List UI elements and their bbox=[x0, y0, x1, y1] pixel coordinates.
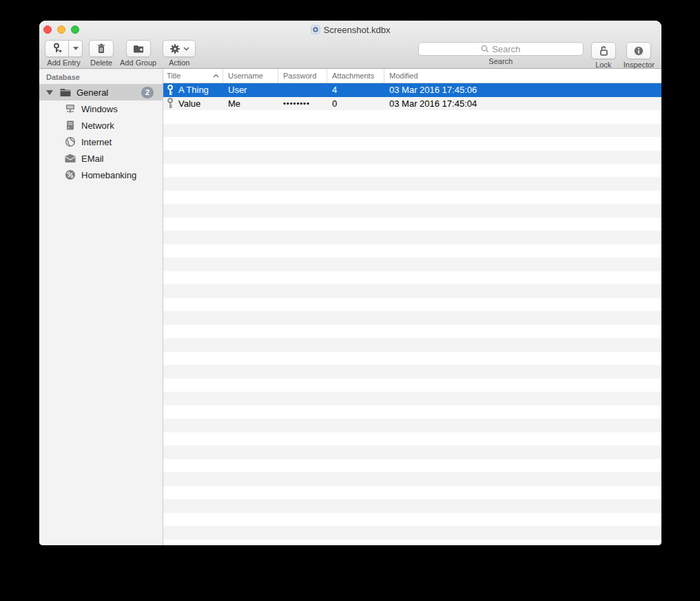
sidebar-item-internet[interactable]: Internet bbox=[39, 134, 163, 150]
action-button[interactable] bbox=[163, 40, 196, 57]
search-group: Search Search bbox=[418, 40, 584, 65]
sidebar-item-label: Network bbox=[81, 120, 114, 131]
search-icon bbox=[481, 45, 489, 53]
entry-title: A Thing bbox=[178, 85, 209, 95]
window-chrome: Screenshot.kdbx bbox=[39, 21, 661, 69]
sort-ascending-icon bbox=[213, 74, 219, 78]
add-entry-group: Add Entry bbox=[45, 40, 83, 67]
sidebar-item-label: Homebanking bbox=[81, 170, 136, 180]
trash-icon bbox=[96, 43, 107, 54]
key-plus-icon bbox=[52, 43, 63, 54]
table-row[interactable]: A Thing User 4 03 Mar 2016 17:45:06 bbox=[163, 83, 661, 97]
add-group-button[interactable] bbox=[126, 40, 151, 57]
entry-title: Value bbox=[178, 98, 200, 109]
unlock-icon bbox=[598, 45, 609, 56]
toolbar-left: Add Entry bbox=[45, 39, 196, 67]
sidebar-item-label: Internet bbox=[81, 137, 112, 147]
minimize-button[interactable] bbox=[57, 25, 65, 34]
lock-label: Lock bbox=[595, 61, 611, 69]
column-header-username[interactable]: Username bbox=[223, 69, 278, 83]
search-input[interactable]: Search bbox=[418, 42, 584, 56]
percent-icon bbox=[64, 169, 76, 181]
sidebar-item-general[interactable]: General 2 bbox=[39, 84, 163, 101]
disclosure-triangle-icon[interactable] bbox=[46, 90, 53, 95]
empty-rows-area[interactable] bbox=[163, 110, 661, 545]
search-placeholder: Search bbox=[492, 44, 520, 54]
action-label: Action bbox=[169, 59, 190, 67]
toolbar-right: Search Search Lock bbox=[418, 40, 655, 69]
delete-label: Delete bbox=[90, 59, 112, 67]
sidebar-item-email[interactable]: EMail bbox=[39, 150, 163, 167]
table-header: Title Username Password Attachments Modi… bbox=[163, 69, 661, 83]
traffic-lights bbox=[43, 25, 79, 34]
titlebar: Screenshot.kdbx bbox=[39, 21, 661, 39]
sidebar-item-label: EMail bbox=[81, 154, 104, 164]
sidebar-item-label: General bbox=[76, 87, 141, 98]
desktop: { "window": { "title": "Screenshot.kdbx"… bbox=[0, 0, 700, 601]
column-header-password[interactable]: Password bbox=[278, 69, 327, 83]
add-entry-dropdown-button[interactable] bbox=[69, 40, 83, 57]
entry-modified: 03 Mar 2016 17:45:04 bbox=[384, 98, 661, 109]
lock-group: Lock bbox=[591, 40, 616, 69]
column-header-title[interactable]: Title bbox=[163, 69, 223, 83]
entry-attachments: 0 bbox=[327, 98, 384, 109]
gear-icon bbox=[169, 43, 181, 54]
sidebar-item-label: Windows bbox=[81, 104, 118, 114]
entry-table: Title Username Password Attachments Modi… bbox=[163, 69, 661, 545]
search-label: Search bbox=[488, 57, 513, 65]
key-icon bbox=[167, 85, 174, 96]
document-icon bbox=[311, 25, 320, 34]
entry-username: User bbox=[223, 85, 278, 95]
info-icon bbox=[633, 45, 644, 56]
table-row[interactable]: Value Me •••••••• 0 03 Mar 2016 17:45:04 bbox=[163, 97, 661, 111]
windows-network-icon bbox=[64, 103, 76, 115]
column-header-attachments[interactable]: Attachments bbox=[327, 69, 384, 83]
server-icon bbox=[64, 119, 76, 131]
globe-icon bbox=[64, 136, 76, 148]
caret-down-icon bbox=[73, 47, 79, 50]
inspector-label: Inspector bbox=[624, 61, 655, 69]
chevron-down-icon bbox=[183, 47, 189, 51]
app-window: Screenshot.kdbx bbox=[39, 21, 661, 545]
inspector-group: Inspector bbox=[624, 40, 655, 69]
sidebar-item-windows[interactable]: Windows bbox=[39, 101, 163, 117]
close-button[interactable] bbox=[43, 25, 52, 34]
entry-attachments: 4 bbox=[327, 85, 384, 95]
action-group: Action bbox=[163, 40, 196, 67]
entry-count-badge: 2 bbox=[141, 87, 154, 98]
entry-modified: 03 Mar 2016 17:45:06 bbox=[384, 85, 661, 95]
sidebar: Database General 2 bbox=[39, 69, 163, 545]
add-group-group: Add Group bbox=[120, 40, 156, 67]
sidebar-section-header: Database bbox=[39, 69, 163, 84]
add-entry-button[interactable] bbox=[45, 40, 69, 57]
sidebar-item-homebanking[interactable]: Homebanking bbox=[39, 167, 163, 183]
folder-icon bbox=[59, 86, 72, 98]
envelope-icon bbox=[64, 152, 76, 165]
lock-button[interactable] bbox=[591, 42, 616, 59]
key-icon bbox=[167, 98, 174, 109]
toolbar: Add Entry bbox=[39, 39, 661, 68]
column-header-modified[interactable]: Modified bbox=[384, 69, 661, 83]
delete-button[interactable] bbox=[89, 40, 114, 57]
window-title: Screenshot.kdbx bbox=[324, 25, 391, 35]
sidebar-item-network[interactable]: Network bbox=[39, 117, 163, 134]
inspector-button[interactable] bbox=[626, 42, 651, 59]
delete-group: Delete bbox=[89, 40, 114, 67]
zoom-button[interactable] bbox=[71, 25, 79, 34]
add-group-label: Add Group bbox=[120, 59, 156, 67]
folder-plus-icon bbox=[132, 43, 145, 54]
add-entry-label: Add Entry bbox=[47, 59, 80, 67]
entry-password: •••••••• bbox=[278, 99, 327, 107]
entry-username: Me bbox=[223, 98, 278, 109]
main-content: Database General 2 bbox=[39, 69, 661, 545]
